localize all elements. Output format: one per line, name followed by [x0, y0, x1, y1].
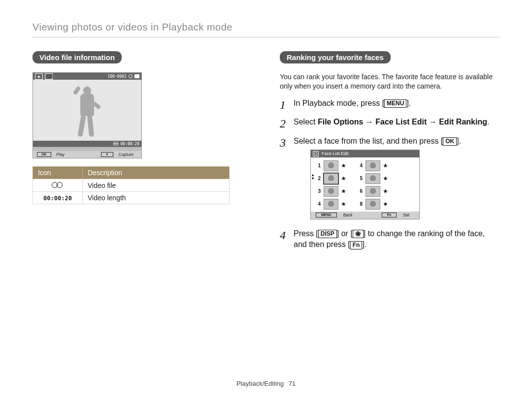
video-frame [33, 80, 141, 141]
capture-label: Capture [115, 152, 137, 157]
video-playback-screen: ▶ 100-0002 [33, 72, 142, 158]
fn-key-icon: Fn [350, 241, 363, 249]
step-4: Press [DISP] or [❀] to change the rankin… [280, 228, 499, 250]
desc-video-length: Video length [83, 192, 230, 204]
play-label: Play [53, 152, 69, 157]
col-header-icon: Icon [33, 167, 83, 179]
movie-icon [113, 142, 118, 146]
ok-key-icon: OK [443, 137, 457, 146]
right-column: Ranking your favorite faces You can rank… [280, 51, 499, 258]
star-icon: ★ [383, 201, 388, 208]
fn-key-icon: Fn [382, 213, 397, 217]
menu-key-icon: MENU [384, 99, 406, 108]
down-key-icon: ▼ [101, 152, 113, 157]
ranking-favorite-faces-heading: Ranking your favorite faces [280, 51, 391, 63]
star-icon: ★ [341, 188, 346, 195]
table-row: 00:00:20 Video length [33, 192, 230, 204]
face-thumb [366, 199, 380, 210]
face-thumb [324, 186, 338, 197]
menu-key-icon: MENU [316, 213, 337, 217]
star-icon: ★ [383, 188, 388, 195]
disp-key-icon: DISP [318, 230, 337, 238]
face-list-icon [313, 151, 319, 156]
back-label: Back [338, 213, 358, 218]
play-mode-icon: ▶ [35, 73, 43, 80]
memory-card-icon [134, 74, 139, 78]
face-thumb [324, 199, 338, 210]
face-list-title: Face List Edit [322, 151, 349, 157]
left-column: Video file information ▶ 100-0002 [33, 51, 252, 258]
up-down-arrows-icon: ▴▾ [312, 173, 314, 180]
footer-section: Playback/Editing [236, 380, 284, 387]
svg-point-4 [314, 152, 317, 155]
page-header: Viewing photos or videos in Playback mod… [33, 22, 499, 37]
star-icon: ★ [341, 162, 346, 169]
camcorder-icon [52, 181, 64, 188]
table-row: Video file [33, 179, 230, 192]
face-thumb [324, 160, 338, 171]
step-1: In Playback mode, press [MENU]. [280, 98, 499, 109]
file-counter: 100-0002 [107, 74, 127, 79]
step-3: Select a face from the list, and then pr… [280, 136, 499, 219]
video-mode-icon [45, 73, 53, 80]
rec-eye-icon [129, 74, 133, 78]
star-icon: ★ [341, 201, 346, 208]
face-thumb [366, 173, 380, 184]
face-list-screen: Face List Edit 1★ ▴▾ 2 ★ [310, 150, 420, 219]
video-elapsed-time: 00:00:20 [120, 142, 139, 146]
face-thumb [366, 186, 380, 197]
star-icon: ★ [383, 162, 388, 169]
person-silhouette-icon [72, 87, 102, 141]
step-2: Select File Options → Face List Edit → E… [280, 117, 499, 127]
footer-page-number: 71 [289, 380, 296, 387]
icon-description-table: Icon Description Video file 00:00:20 Vid… [33, 166, 230, 204]
intro-text: You can rank your favorite faces. The fa… [280, 72, 499, 91]
macro-key-icon: ❀ [353, 230, 364, 238]
video-progress-bar [33, 147, 141, 151]
video-length-icon: 00:00:20 [43, 195, 72, 202]
page-footer: Playback/Editing 71 [0, 380, 532, 387]
star-icon: ★ [383, 175, 388, 182]
video-control-bar: OK Play ▼ Capture [33, 151, 141, 158]
face-thumb [324, 173, 338, 184]
set-label: Set [398, 213, 414, 218]
col-header-description: Description [83, 167, 230, 179]
svg-rect-0 [113, 142, 118, 146]
video-file-info-heading: Video file information [33, 51, 122, 63]
desc-video-file: Video file [83, 179, 230, 192]
face-thumb [366, 160, 380, 171]
ok-key-icon: OK [37, 152, 51, 157]
star-icon: ★ [341, 175, 346, 182]
